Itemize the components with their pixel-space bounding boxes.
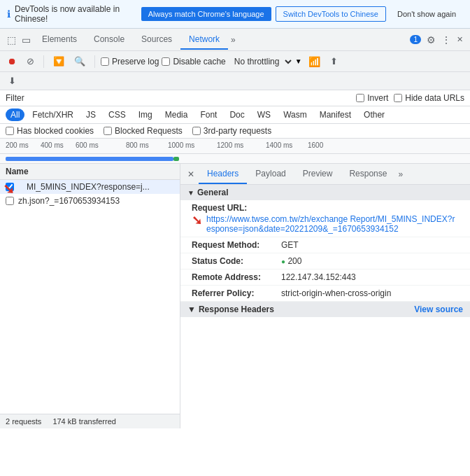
- blocked-cookies-text: Has blocked cookies: [17, 126, 94, 136]
- tab-network[interactable]: Network: [180, 30, 228, 50]
- switch-to-chinese-button[interactable]: Switch DevTools to Chinese: [276, 6, 386, 22]
- timeline-label-1400: 1400 ms: [266, 141, 292, 149]
- filter-label: Filter: [6, 93, 24, 103]
- request-method-key: Request Method:: [192, 240, 276, 250]
- info-bar: ℹ DevTools is now available in Chinese! …: [0, 0, 470, 29]
- tab-sources[interactable]: Sources: [133, 30, 180, 50]
- throttle-row: No throttling ▼: [229, 55, 302, 69]
- close-devtools-button[interactable]: ✕: [454, 32, 466, 47]
- upload-icon-btn[interactable]: ⬆: [327, 54, 341, 69]
- inspect-icon-button[interactable]: ⬚: [4, 31, 19, 48]
- name-column-header: Name: [6, 167, 29, 176]
- tab-more-icon[interactable]: »: [228, 32, 238, 48]
- more-tabs-button[interactable]: ⋮: [439, 31, 454, 48]
- type-tab-manifest[interactable]: Manifest: [315, 108, 356, 121]
- request-item[interactable]: ➘ MI_5MINS_INDEX?response=j...: [0, 180, 180, 194]
- type-tab-doc[interactable]: Doc: [225, 108, 249, 121]
- type-tab-all[interactable]: All: [6, 108, 24, 121]
- device-toggle-button[interactable]: ▭: [19, 31, 34, 48]
- requests-header: Name: [0, 164, 180, 180]
- detail-tab-more-icon[interactable]: »: [395, 167, 406, 182]
- preserve-log-text: Preserve log: [112, 57, 159, 66]
- invert-label[interactable]: Invert: [356, 93, 388, 103]
- dismiss-button[interactable]: Don't show again: [390, 7, 463, 21]
- request-method-row: Request Method: GET: [180, 237, 470, 253]
- referrer-policy-val: strict-origin-when-cross-origin: [281, 288, 459, 298]
- upload-bar: ⬇: [0, 72, 470, 90]
- blocked-requests-checkbox[interactable]: [104, 127, 112, 135]
- view-source-link[interactable]: View source: [414, 304, 463, 314]
- status-code-num: 200: [287, 256, 301, 266]
- filter-button[interactable]: 🔽: [50, 54, 68, 69]
- type-tab-other[interactable]: Other: [359, 108, 390, 121]
- disable-cache-checkbox[interactable]: [162, 57, 170, 66]
- request-url-row: Request URL: ➘ https://www.twse.com.tw/z…: [180, 200, 470, 237]
- match-language-button[interactable]: Always match Chrome's language: [141, 7, 271, 21]
- response-headers-arrow-icon: ▼: [187, 304, 196, 314]
- tab-preview[interactable]: Preview: [294, 164, 341, 184]
- timeline-label-400: 400 ms: [41, 141, 64, 149]
- general-arrow-icon: ▼: [187, 189, 194, 197]
- tab-payload[interactable]: Payload: [247, 164, 294, 184]
- type-tab-img[interactable]: Img: [134, 108, 157, 121]
- invert-checkbox[interactable]: [356, 94, 364, 102]
- status-bar: 2 requests 174 kB transferred: [0, 414, 180, 428]
- blocked-requests-label[interactable]: Blocked Requests: [104, 126, 183, 136]
- download-icon-button[interactable]: ⬇: [6, 74, 19, 88]
- right-panel: ✕ Headers Payload Preview Response » ▼ G…: [180, 164, 470, 428]
- hide-data-urls-checkbox[interactable]: [394, 94, 402, 102]
- type-tab-wasm[interactable]: Wasm: [278, 108, 312, 121]
- settings-tab-button[interactable]: ⚙: [424, 31, 439, 48]
- blocked-cookies-label[interactable]: Has blocked cookies: [6, 126, 94, 136]
- blocked-requests-text: Blocked Requests: [115, 126, 183, 136]
- hide-data-urls-label[interactable]: Hide data URLs: [394, 93, 464, 103]
- request-item[interactable]: zh.json?_=1670653934153: [0, 194, 180, 208]
- waterfall-bar-row: [0, 154, 470, 164]
- request-name-2: zh.json?_=1670653934153: [18, 196, 174, 206]
- disable-cache-label[interactable]: Disable cache: [162, 57, 225, 66]
- referrer-policy-key: Referrer Policy:: [192, 288, 276, 298]
- type-tab-js[interactable]: JS: [81, 108, 101, 121]
- response-headers-section-header: ▼ Response Headers View source: [180, 302, 470, 317]
- waterfall-blue-bar: [6, 157, 173, 161]
- tab-headers[interactable]: Headers: [199, 164, 247, 184]
- status-code-row: Status Code: ● 200: [180, 253, 470, 270]
- main-split: Name ➘ MI_5MINS_INDEX?response=j... zh.j…: [0, 164, 470, 428]
- disable-cache-text: Disable cache: [173, 57, 225, 66]
- record-button[interactable]: ⏺: [4, 54, 20, 69]
- wifi-button[interactable]: 📶: [305, 54, 324, 69]
- throttle-arrow: ▼: [295, 57, 302, 65]
- status-code-val: ● 200: [281, 256, 459, 266]
- close-detail-button[interactable]: ✕: [183, 168, 199, 181]
- toolbar: ⏺ ⊘ 🔽 🔍 Preserve log Disable cache No th…: [0, 51, 470, 72]
- blocked-cookies-checkbox[interactable]: [6, 127, 14, 135]
- tab-response[interactable]: Response: [341, 164, 395, 184]
- stop-button[interactable]: ⊘: [23, 54, 38, 69]
- third-party-label[interactable]: 3rd-party requests: [192, 126, 271, 136]
- type-tab-fetch[interactable]: Fetch/XHR: [27, 108, 78, 121]
- third-party-checkbox[interactable]: [192, 127, 201, 135]
- filter-bar: Filter Invert Hide data URLs: [0, 90, 470, 106]
- tab-console[interactable]: Console: [85, 30, 133, 50]
- response-headers-title: Response Headers: [199, 304, 274, 314]
- third-party-text: 3rd-party requests: [204, 126, 271, 136]
- type-tab-media[interactable]: Media: [160, 108, 193, 121]
- type-tab-font[interactable]: Font: [195, 108, 222, 121]
- type-tab-css[interactable]: CSS: [104, 108, 131, 121]
- search-button[interactable]: 🔍: [71, 54, 89, 69]
- request-checkbox-2[interactable]: [6, 197, 14, 205]
- general-title: General: [197, 188, 229, 197]
- left-panel: Name ➘ MI_5MINS_INDEX?response=j... zh.j…: [0, 164, 180, 428]
- throttle-select[interactable]: No throttling: [229, 55, 294, 69]
- referrer-policy-row: Referrer Policy: strict-origin-when-cros…: [180, 286, 470, 302]
- preserve-log-label[interactable]: Preserve log: [101, 57, 159, 66]
- tab-elements[interactable]: Elements: [34, 30, 85, 50]
- red-arrow-icon-2: ➘: [192, 213, 202, 228]
- type-tab-ws[interactable]: WS: [252, 108, 276, 121]
- timeline-label-600: 600 ms: [76, 141, 99, 149]
- invert-text: Invert: [367, 93, 388, 103]
- type-tabs: All Fetch/XHR JS CSS Img Media Font Doc …: [0, 106, 470, 124]
- waterfall-container: 200 ms 400 ms 600 ms 800 ms 1000 ms 1200…: [0, 139, 470, 154]
- timeline-label-1200: 1200 ms: [217, 141, 243, 149]
- preserve-log-checkbox[interactable]: [101, 57, 109, 66]
